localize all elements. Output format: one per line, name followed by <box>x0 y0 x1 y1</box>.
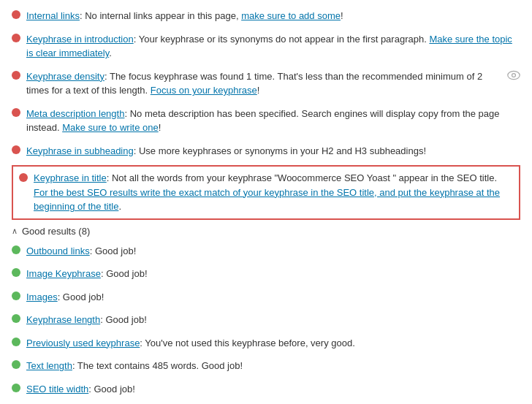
eye-icon[interactable] <box>507 69 520 83</box>
list-item: Meta description length: No meta descrip… <box>12 105 520 137</box>
item-text: Text length: The text contains 485 words… <box>26 359 520 373</box>
keyphrase-density-link[interactable]: Keyphrase density <box>26 71 104 82</box>
item-text: Internal links: No internal links appear… <box>26 9 520 23</box>
list-item: Images: Good job! <box>12 289 520 306</box>
status-dot-red <box>12 145 20 154</box>
item-text: Images: Good job! <box>26 290 520 305</box>
status-dot-green <box>12 384 20 392</box>
keyphrase-length-link[interactable]: Keyphrase length <box>26 314 100 325</box>
image-keyphrase-link[interactable]: Image Keyphrase <box>26 268 101 279</box>
previously-used-link[interactable]: Previously used keyphrase <box>26 338 140 348</box>
item-text: Keyphrase in introduction: Your keyphras… <box>26 32 520 61</box>
svg-point-0 <box>508 71 520 79</box>
status-dot-red <box>19 173 28 182</box>
keyphrase-intro-link[interactable]: Keyphrase in introduction <box>26 34 134 45</box>
keyphrase-subheading-link[interactable]: Keyphrase in subheading <box>26 145 134 156</box>
keyphrase-title-row: Keyphrase in title: Not all the words fr… <box>12 165 520 220</box>
item-text: SEO title width: Good job! <box>26 382 520 397</box>
status-dot-red <box>12 108 20 117</box>
meta-description-link[interactable]: Meta description length <box>26 108 124 119</box>
list-item: Keyphrase in subheading: Use more keyphr… <box>12 142 520 160</box>
status-dot-green <box>12 360 20 369</box>
good-results-count: (8) <box>78 226 90 237</box>
list-item: Keyphrase density: The focus keyphrase w… <box>12 68 520 99</box>
list-item: Keyphrase length: Good job! <box>12 311 520 329</box>
status-dot-green <box>12 245 20 254</box>
svg-point-1 <box>512 73 516 77</box>
good-results-header: ∧ Good results (8) <box>12 226 520 237</box>
text-length-link[interactable]: Text length <box>26 360 72 371</box>
item-text: Meta description length: No meta descrip… <box>26 107 520 135</box>
keyphrase-title-link[interactable]: Keyphrase in title <box>34 172 107 183</box>
good-results-label: Good results <box>22 226 76 237</box>
outbound-links-link[interactable]: Outbound links <box>26 245 90 256</box>
keyphrase-title-text: Keyphrase in title: Not all the words fr… <box>34 171 513 214</box>
item-text: Keyphrase in subheading: Use more keyphr… <box>26 144 520 159</box>
item-text: Keyphrase length: Good job! <box>26 313 520 327</box>
seo-title-width-link[interactable]: SEO title width <box>26 384 88 395</box>
item-text: Image Keyphrase: Good job! <box>26 267 520 281</box>
list-item: Internal links: No internal links appear… <box>12 7 520 25</box>
images-link[interactable]: Images <box>26 291 58 302</box>
list-item: Previously used keyphrase: You've not us… <box>12 335 520 352</box>
keyphrase-density-link2[interactable]: Focus on your keyphrase <box>151 85 257 96</box>
status-dot-red <box>12 71 20 80</box>
list-item: Image Keyphrase: Good job! <box>12 265 520 283</box>
meta-description-link2[interactable]: Make sure to write one <box>62 122 159 133</box>
keyphrase-title-link2[interactable]: For the best SEO results write the exact… <box>34 187 500 213</box>
status-dot-red <box>12 10 20 19</box>
status-dot-green <box>12 314 20 323</box>
item-text: Previously used keyphrase: You've not us… <box>26 336 520 351</box>
status-dot-green <box>12 338 20 346</box>
internal-links-link2[interactable]: make sure to add some <box>241 10 341 21</box>
status-dot-green <box>12 268 20 277</box>
red-items-list: Internal links: No internal links appear… <box>12 7 520 220</box>
list-item: SEO title width: Good job! <box>12 381 520 398</box>
list-item: Outbound links: Good job! <box>12 243 520 260</box>
status-dot-green <box>12 291 20 300</box>
chevron-up-icon[interactable]: ∧ <box>12 226 18 236</box>
item-text: Keyphrase density: The focus keyphrase w… <box>26 69 501 98</box>
internal-links-link[interactable]: Internal links <box>26 10 80 21</box>
green-items-list: Outbound links: Good job! Image Keyphras… <box>12 243 520 405</box>
item-text: Outbound links: Good job! <box>26 244 520 259</box>
list-item: Keyphrase in introduction: Your keyphras… <box>12 31 520 62</box>
list-item: Text length: The text contains 485 words… <box>12 357 520 375</box>
main-container: Internal links: No internal links appear… <box>0 0 532 404</box>
status-dot-red <box>12 34 20 42</box>
